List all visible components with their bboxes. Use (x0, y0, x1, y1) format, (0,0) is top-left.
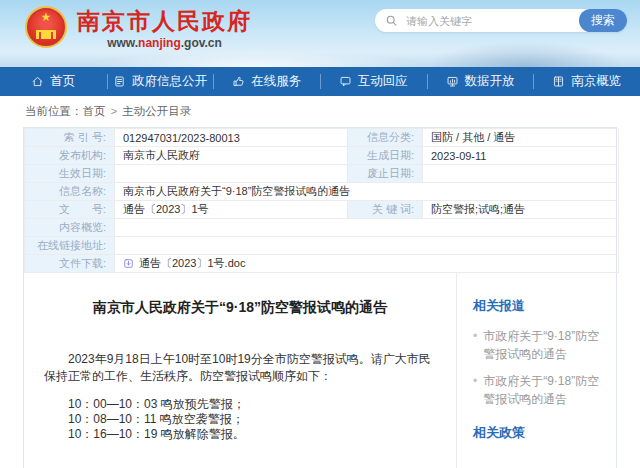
table-row: 索 引 号:012947031/2023-80013信息分类:国防 / 其他 /… (25, 129, 619, 147)
meta-label: 关 键 词: (348, 201, 423, 219)
siren-schedule-line: 10：08—10：11 鸣放空袭警报； (44, 412, 436, 427)
related-policies-title: 相关政策 (473, 424, 606, 442)
meta-value: 防空警报;试鸣;通告 (423, 201, 619, 219)
meta-label: 在线链接地址: (25, 237, 115, 255)
content-box: 索 引 号:012947031/2023-80013信息分类:国防 / 其他 /… (23, 127, 617, 468)
siren-schedule: 10：00—10：03 鸣放预先警报；10：08—10：11 鸣放空袭警报；10… (44, 397, 436, 442)
meta-value: 012947031/2023-80013 (115, 129, 348, 147)
document-icon (113, 75, 126, 88)
meta-label: 生成日期: (348, 147, 423, 165)
meta-value: 南京市人民政府关于“9·18”防空警报试鸣的通告 (115, 183, 619, 201)
article-body: 2023年9月18日上午10时至10时19分全市防空警报试鸣。请广大市民保持正常… (44, 351, 436, 442)
meta-value (115, 165, 348, 183)
nav-item-1[interactable]: 首页 (0, 67, 107, 96)
nav-item-label: 首页 (50, 73, 75, 90)
site-header: ★ 南京市人民政府 www.nanjing.gov.cn 搜索 (0, 0, 640, 67)
search-input[interactable] (404, 14, 579, 28)
meta-label: 信息分类: (348, 129, 423, 147)
related-reports-title: 相关报道 (473, 297, 606, 315)
nav-item-2[interactable]: 政府信息公开 (107, 67, 214, 96)
nav-item-6[interactable]: 南京概览 (533, 67, 640, 96)
meta-label: 索 引 号: (25, 129, 115, 147)
meta-value: 2023-09-11 (423, 147, 619, 165)
breadcrumb: 当前位置：首页>主动公开目录 (0, 96, 640, 127)
nav-item-label: 数据开放 (465, 73, 515, 90)
meta-label: 文件下载: (25, 255, 115, 273)
nav-item-3[interactable]: 在线服务 (213, 67, 320, 96)
meta-value: 南京市人民政府 (115, 147, 348, 165)
table-row: 文件下载:通告〔2023〕1号.doc (25, 255, 619, 273)
home-icon (31, 75, 44, 88)
bullet-icon: • (473, 372, 477, 408)
siren-schedule-line: 10：00—10：03 鸣放预先警报； (44, 397, 436, 412)
table-row: 在线链接地址: (25, 237, 619, 255)
siren-schedule-line: 10：16—10：19 鸣放解除警报。 (44, 427, 436, 442)
file-name: 通告〔2023〕1号.doc (139, 256, 245, 271)
table-row: 生效日期:废止日期: (25, 165, 619, 183)
nav-item-label: 在线服务 (251, 73, 301, 90)
table-row: 发布机构:南京市人民政府生成日期:2023-09-11 (25, 147, 619, 165)
document-meta-table: 索 引 号:012947031/2023-80013信息分类:国防 / 其他 /… (24, 128, 619, 273)
breadcrumb-current: 主动公开目录 (122, 105, 191, 117)
article-main: 南京市人民政府关于“9·18”防空警报试鸣的通告 2023年9月18日上午10时… (24, 273, 456, 468)
chat-icon (339, 75, 352, 88)
related-sidebar: 相关报道 •市政府关于“9·18”防空警报试鸣的通告•市政府关于“9·18”防空… (456, 273, 616, 468)
search-button[interactable]: 搜索 (579, 9, 627, 32)
search-bar: 搜索 (375, 9, 627, 32)
article-paragraph: 2023年9月18日上午10时至10时19分全市防空警报试鸣。请广大市民保持正常… (44, 351, 436, 385)
table-row: 信息名称:南京市人民政府关于“9·18”防空警报试鸣的通告 (25, 183, 619, 201)
article-section: 南京市人民政府关于“9·18”防空警报试鸣的通告 2023年9月18日上午10时… (24, 273, 616, 468)
related-report-link[interactable]: •市政府关于“9·18”防空警报试鸣的通告 (473, 372, 606, 408)
site-title: 南京市人民政府 (77, 8, 252, 34)
nav-item-4[interactable]: 互动回应 (320, 67, 427, 96)
breadcrumb-separator: > (111, 105, 118, 117)
bullet-icon: • (473, 327, 477, 363)
meta-value (115, 237, 619, 255)
search-icon (385, 14, 398, 27)
meta-value (423, 165, 619, 183)
site-url: www.nanjing.gov.cn (77, 36, 252, 50)
meta-label: 发布机构: (25, 147, 115, 165)
nav-item-label: 政府信息公开 (132, 73, 207, 90)
meta-label: 信息名称: (25, 183, 115, 201)
meta-label: 内容概览: (25, 219, 115, 237)
book-icon (552, 75, 565, 88)
thumbs-up-icon (232, 75, 245, 88)
breadcrumb-prefix: 当前位置： (25, 105, 83, 117)
meta-value (115, 219, 619, 237)
nav-item-label: 互动回应 (358, 73, 408, 90)
related-report-text: 市政府关于“9·18”防空警报试鸣的通告 (483, 327, 606, 363)
nav-item-label: 南京概览 (571, 73, 621, 90)
meta-label: 废止日期: (348, 165, 423, 183)
related-reports-list: •市政府关于“9·18”防空警报试鸣的通告•市政府关于“9·18”防空警报试鸣的… (473, 327, 606, 408)
meta-label: 生效日期: (25, 165, 115, 183)
meta-label: 文 号: (25, 201, 115, 219)
breadcrumb-home-link[interactable]: 首页 (83, 105, 106, 117)
nav-item-5[interactable]: 数据开放 (427, 67, 534, 96)
page: ★ 南京市人民政府 www.nanjing.gov.cn 搜索 首页政府信息公开… (0, 0, 640, 468)
site-logo[interactable]: ★ 南京市人民政府 www.nanjing.gov.cn (25, 6, 252, 50)
main-nav: 首页政府信息公开在线服务互动回应数据开放南京概览 (0, 67, 640, 96)
table-row: 内容概览: (25, 219, 619, 237)
meta-value: 通告〔2023〕1号.doc (115, 255, 619, 273)
meta-value: 国防 / 其他 / 通告 (423, 129, 619, 147)
file-download-link[interactable]: 通告〔2023〕1号.doc (123, 256, 245, 271)
download-icon (123, 258, 134, 269)
table-row: 文 号:通告〔2023〕1号关 键 词:防空警报;试鸣;通告 (25, 201, 619, 219)
monitor-icon (446, 75, 459, 88)
meta-value: 通告〔2023〕1号 (115, 201, 348, 219)
national-emblem-icon: ★ (25, 6, 67, 48)
related-report-text: 市政府关于“9·18”防空警报试鸣的通告 (483, 372, 606, 408)
article-title: 南京市人民政府关于“9·18”防空警报试鸣的通告 (44, 299, 436, 317)
related-report-link[interactable]: •市政府关于“9·18”防空警报试鸣的通告 (473, 327, 606, 363)
